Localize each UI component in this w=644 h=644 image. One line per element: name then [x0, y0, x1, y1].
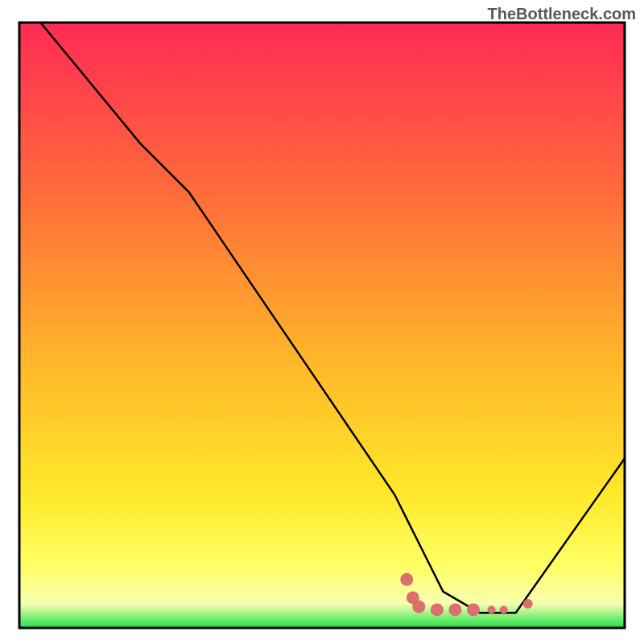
- gradient-background: [19, 23, 625, 628]
- marker-dot: [467, 603, 480, 616]
- marker-dot: [400, 573, 413, 586]
- brand-label: TheBottleneck.com: [488, 5, 636, 23]
- marker-dot: [412, 601, 425, 613]
- marker-dot: [500, 605, 508, 613]
- marker-dot: [523, 599, 533, 609]
- marker-dot: [448, 603, 461, 616]
- bottleneck-chart: [0, 0, 644, 644]
- marker-dot: [488, 605, 496, 613]
- marker-dot: [431, 603, 444, 616]
